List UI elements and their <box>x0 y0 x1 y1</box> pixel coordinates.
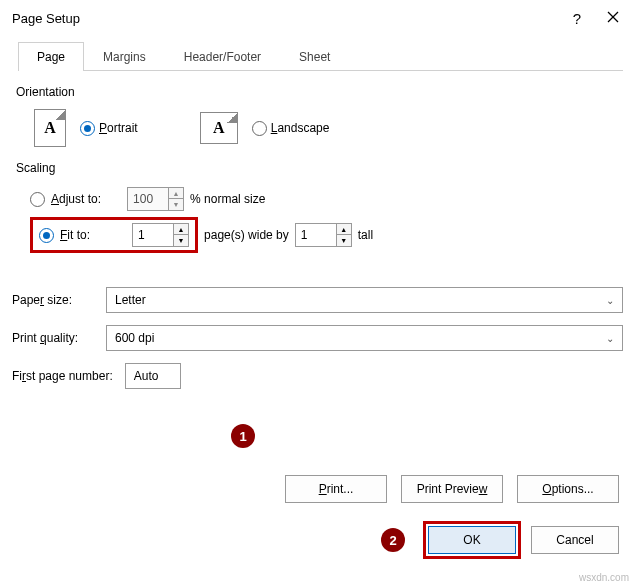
tab-header-footer[interactable]: Header/Footer <box>165 42 280 71</box>
watermark: wsxdn.com <box>579 572 629 583</box>
tall-label: tall <box>358 228 373 242</box>
tab-sheet[interactable]: Sheet <box>280 42 349 71</box>
ok-button[interactable]: OK <box>428 526 516 554</box>
print-button[interactable]: Print... <box>285 475 387 503</box>
callout-1: 1 <box>231 424 255 448</box>
first-page-input[interactable]: Auto <box>125 363 181 389</box>
chevron-down-icon: ⌄ <box>606 295 614 306</box>
adjust-to-label: Adjust to: <box>51 192 101 206</box>
fit-tall-spinbox[interactable]: ▲▼ <box>295 223 352 247</box>
print-quality-select[interactable]: 600 dpi ⌄ <box>106 325 623 351</box>
callout-2: 2 <box>381 528 405 552</box>
tab-strip: Page Margins Header/Footer Sheet <box>18 42 623 71</box>
landscape-radio[interactable] <box>252 121 267 136</box>
landscape-icon: A <box>200 112 238 144</box>
pages-wide-by-label: page(s) wide by <box>204 228 289 242</box>
ok-highlight: OK <box>423 521 521 559</box>
fit-to-radio[interactable] <box>39 228 54 243</box>
first-page-label: First page number: <box>12 369 113 383</box>
portrait-radio[interactable] <box>80 121 95 136</box>
fit-to-label: Fit to: <box>60 228 90 242</box>
print-preview-button[interactable]: Print Preview <box>401 475 503 503</box>
dialog-title: Page Setup <box>12 11 573 26</box>
portrait-icon: A <box>34 109 66 147</box>
tab-margins[interactable]: Margins <box>84 42 165 71</box>
paper-size-label: Paper size: <box>12 293 102 307</box>
scaling-label: Scaling <box>16 161 619 175</box>
help-button[interactable]: ? <box>573 10 581 27</box>
fit-wide-spinbox[interactable]: ▲▼ <box>132 223 189 247</box>
adjust-to-spinbox[interactable]: ▲▼ <box>127 187 184 211</box>
normal-size-label: % normal size <box>190 192 265 206</box>
fit-to-highlight: Fit to: ▲▼ <box>30 217 198 253</box>
cancel-button[interactable]: Cancel <box>531 526 619 554</box>
paper-size-select[interactable]: Letter ⌄ <box>106 287 623 313</box>
options-button[interactable]: Options... <box>517 475 619 503</box>
print-quality-label: Print quality: <box>12 331 102 345</box>
portrait-radio-label: Portrait <box>99 121 138 135</box>
adjust-to-radio[interactable] <box>30 192 45 207</box>
close-button[interactable] <box>601 8 625 28</box>
orientation-label: Orientation <box>16 85 619 99</box>
chevron-down-icon: ⌄ <box>606 333 614 344</box>
landscape-radio-label: Landscape <box>271 121 330 135</box>
tab-page[interactable]: Page <box>18 42 84 71</box>
